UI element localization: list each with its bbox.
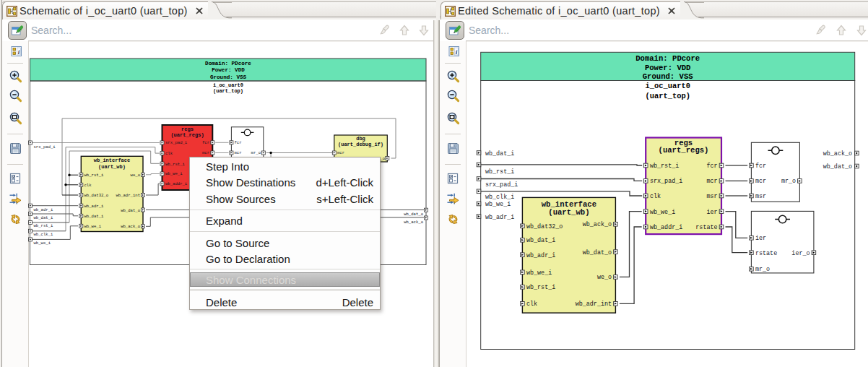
svg-text:wb_we_i: wb_we_i (650, 209, 675, 216)
svg-text:Domain: PDcore: Domain: PDcore (205, 61, 251, 66)
svg-text:wb_dat_o: wb_dat_o (404, 212, 423, 217)
svg-text:wb_rst_i: wb_rst_i (485, 168, 514, 176)
svg-text:clk: clk (165, 151, 173, 156)
svg-text:fcr: fcr (202, 140, 209, 145)
svg-text:wb_adr_i: wb_adr_i (485, 214, 514, 221)
svg-text:wb_addr_i: wb_addr_i (650, 224, 682, 231)
svg-text:wb_we_i: wb_we_i (526, 269, 552, 277)
svg-text:wb_dat_i: wb_dat_i (84, 214, 104, 219)
svg-text:wb_ack_o: wb_ack_o (583, 221, 612, 228)
svg-text:clk: clk (526, 301, 537, 308)
svg-text:wb_we_i: wb_we_i (485, 201, 511, 208)
svg-text:wb_clk_i: wb_clk_i (34, 232, 53, 237)
svg-text:Ground: VSS: Ground: VSS (210, 74, 247, 80)
svg-text:Domain: PDcore: Domain: PDcore (635, 54, 700, 63)
svg-text:wb_dat_o: wb_dat_o (823, 163, 852, 170)
svg-text:mcr: mcr (755, 178, 766, 185)
svg-text:ier_o: ier_o (791, 250, 810, 257)
svg-text:mr_o: mr_o (755, 266, 770, 273)
svg-text:wb_rst_i: wb_rst_i (165, 162, 185, 167)
svg-text:wb_addr_i: wb_addr_i (165, 181, 188, 186)
svg-text:(uart_wb): (uart_wb) (548, 208, 589, 217)
svg-text:fcr: fcr (706, 163, 717, 170)
svg-text:clk: clk (650, 193, 661, 200)
svg-text:i_oc_uart0: i_oc_uart0 (646, 82, 690, 90)
svg-text:regs: regs (181, 126, 194, 132)
svg-text:ier: ier (706, 209, 717, 216)
svg-text:wb_adr_i: wb_adr_i (34, 207, 53, 212)
svg-text:wb_dat_i: wb_dat_i (485, 150, 514, 157)
svg-text:srx_pad_i: srx_pad_i (165, 140, 188, 145)
svg-text:ier: ier (755, 235, 766, 242)
svg-text:wb_dat32_o: wb_dat32_o (526, 223, 563, 230)
svg-text:i_oc_uart0: i_oc_uart0 (213, 82, 243, 88)
svg-text:(uart_regs): (uart_regs) (659, 146, 709, 155)
svg-text:wb_ack_o: wb_ack_o (404, 220, 423, 225)
svg-text:wb_dat_o: wb_dat_o (583, 249, 612, 256)
svg-text:we_o: we_o (131, 173, 140, 178)
svg-text:msr: msr (706, 193, 717, 200)
svg-text:wb_dat_o: wb_dat_o (121, 208, 140, 213)
svg-text:mcr: mcr (337, 150, 344, 155)
svg-text:(uart_regs): (uart_regs) (170, 132, 204, 138)
svg-text:wb_adr_int: wb_adr_int (116, 193, 140, 198)
svg-text:wb_adr_i: wb_adr_i (84, 204, 104, 209)
svg-text:(uart_top): (uart_top) (646, 92, 690, 100)
svg-text:we_o: we_o (597, 274, 612, 281)
svg-text:wb_rst_i: wb_rst_i (34, 223, 53, 228)
svg-text:mcr: mcr (202, 150, 209, 155)
svg-text:Power: VDD: Power: VDD (212, 67, 245, 73)
svg-text:rstate: rstate (755, 250, 777, 257)
svg-text:srx_pad_i: srx_pad_i (485, 181, 518, 189)
svg-text:wb_dat_i: wb_dat_i (34, 215, 53, 220)
svg-text:wb_ack_o: wb_ack_o (823, 150, 852, 157)
svg-text:msr: msr (755, 193, 766, 200)
svg-text:mcr: mcr (235, 150, 242, 155)
svg-text:fcr: fcr (755, 163, 766, 170)
svg-text:wb_rst_i: wb_rst_i (526, 284, 555, 291)
svg-text:wb_rst_i: wb_rst_i (84, 173, 104, 178)
svg-text:wb_we_i: wb_we_i (84, 224, 102, 229)
svg-text:wb_adr_int: wb_adr_int (576, 301, 612, 308)
svg-text:rstate: rstate (695, 224, 717, 231)
svg-text:wb_adr_i: wb_adr_i (526, 252, 555, 259)
svg-text:mr_o: mr_o (251, 150, 261, 155)
svg-text:Ground: VSS: Ground: VSS (643, 72, 694, 81)
svg-text:wb_dat_i: wb_dat_i (526, 237, 555, 244)
svg-text:wb_ack_o: wb_ack_o (121, 224, 140, 229)
svg-text:(uart_debug_if): (uart_debug_if) (338, 142, 383, 147)
svg-text:wb_clk_i: wb_clk_i (485, 194, 514, 201)
svg-text:fcr: fcr (235, 140, 242, 145)
svg-text:wb_we_i: wb_we_i (165, 171, 183, 176)
svg-text:clk: clk (84, 183, 92, 188)
svg-text:wb_rst_i: wb_rst_i (650, 163, 679, 170)
svg-text:srx_pad_i: srx_pad_i (650, 178, 682, 185)
svg-text:(uart_wb): (uart_wb) (98, 164, 126, 170)
svg-text:(uart_top): (uart_top) (213, 88, 243, 94)
svg-text:wb_interface: wb_interface (94, 157, 130, 163)
svg-text:wb_we_i: wb_we_i (34, 241, 51, 246)
svg-text:mr_o: mr_o (781, 178, 796, 185)
svg-text:srx_pad_i: srx_pad_i (34, 144, 56, 150)
svg-text:Power: VDD: Power: VDD (645, 64, 691, 72)
svg-text:mcr: mcr (706, 178, 717, 185)
svg-text:wb_dat32_o: wb_dat32_o (84, 193, 109, 198)
svg-text:dbg: dbg (356, 136, 365, 142)
